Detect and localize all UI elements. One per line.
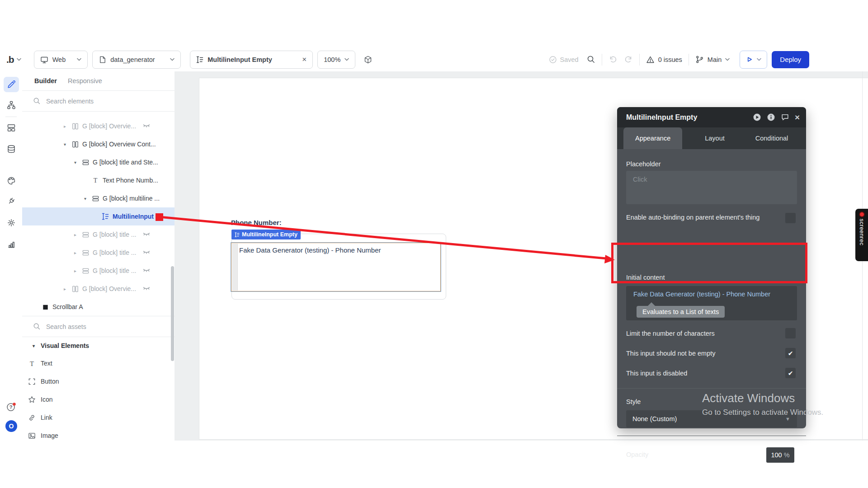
screenrec-label: screenrec: [859, 219, 865, 245]
opacity-unit: %: [784, 451, 790, 459]
disabled-label: This input is disabled: [626, 370, 687, 377]
not-empty-checkbox[interactable]: ✔: [785, 348, 796, 358]
opacity-input[interactable]: 100 %: [766, 447, 794, 463]
placeholder-field[interactable]: Click: [626, 171, 797, 204]
components-tab-icon[interactable]: [4, 120, 19, 136]
opacity-label: Opacity: [626, 451, 648, 458]
redo-icon[interactable]: [624, 55, 633, 64]
tab-responsive[interactable]: Responsive: [68, 77, 102, 84]
autobinding-label: Enable auto-binding on parent element's …: [626, 214, 760, 221]
search-assets-input[interactable]: [45, 323, 146, 331]
play-circle-icon[interactable]: [753, 113, 761, 122]
styles-tab-icon[interactable]: [4, 173, 19, 188]
chevron-down-icon: [17, 58, 21, 61]
deploy-button[interactable]: Deploy: [772, 51, 809, 68]
save-status-label: Saved: [560, 56, 579, 63]
device-selector[interactable]: Web: [34, 51, 88, 69]
tree-item-selected[interactable]: MultilineInput: [22, 207, 175, 225]
data-tab-icon[interactable]: [4, 141, 19, 157]
tree-item[interactable]: ▸ G [block] Overvie...: [22, 280, 175, 298]
branch-selector[interactable]: Main: [695, 55, 730, 64]
tree-item-label: G [block] title ...: [93, 231, 136, 238]
expression-tooltip: Evaluates to a List of texts: [637, 306, 725, 318]
search-icon[interactable]: [587, 55, 595, 64]
monitor-icon: [40, 56, 48, 64]
preview-button[interactable]: [740, 51, 767, 69]
tree-item[interactable]: ▾ G [block] Overview Cont...: [22, 135, 175, 153]
element-tab[interactable]: MultilineInput Empty ×: [190, 51, 313, 69]
zoom-selector[interactable]: 100%: [317, 51, 355, 69]
design-tab-icon[interactable]: [4, 77, 19, 92]
asset-item-image[interactable]: Image: [22, 427, 175, 441]
tab-appearance[interactable]: Appearance: [623, 127, 682, 149]
property-editor-titlebar[interactable]: MultilineInput Empty ×: [617, 107, 806, 127]
asset-item-text[interactable]: T Text: [22, 354, 175, 372]
tree-item[interactable]: ▸ G [block] Overvie...: [22, 117, 175, 135]
tree-item[interactable]: ▸ G [block] title ...: [22, 262, 175, 280]
multiline-input-icon: [235, 232, 240, 237]
expand-closed-icon[interactable]: ▸: [72, 268, 78, 273]
help-icon[interactable]: ?: [4, 399, 19, 415]
expand-open-icon[interactable]: ▾: [72, 160, 78, 165]
close-icon[interactable]: ×: [302, 55, 307, 64]
divider: [617, 388, 806, 389]
chevron-down-icon: ▼: [785, 416, 791, 422]
expand-closed-icon[interactable]: ▸: [62, 124, 68, 129]
tree-item[interactable]: ▸ G [block] title ...: [22, 225, 175, 244]
expand-open-icon[interactable]: ▾: [62, 142, 68, 147]
checkmark-icon: ✔: [788, 350, 793, 357]
settings-tab-icon[interactable]: [4, 215, 19, 230]
info-circle-icon[interactable]: [767, 113, 775, 122]
search-elements-input[interactable]: [45, 97, 146, 105]
limit-characters-label: Limit the number of characters: [626, 330, 715, 337]
tree-item-label: G [block] multiline ...: [103, 195, 160, 202]
not-empty-label: This input should not be empty: [626, 350, 715, 357]
tree-item[interactable]: Scrollbar A: [22, 298, 175, 316]
tree-item[interactable]: ▸ G [block] title ...: [22, 244, 175, 262]
asset-item-label: Link: [41, 414, 52, 421]
multiline-input-element[interactable]: Fake Data Generator (testing) - Phone Nu…: [231, 243, 441, 291]
issues-button[interactable]: 0 issues: [646, 56, 682, 64]
tree-scrollbar[interactable]: [171, 266, 174, 361]
button-element-icon: [28, 377, 36, 385]
warning-triangle-icon: [646, 56, 655, 64]
limit-characters-checkbox[interactable]: [785, 328, 796, 338]
text-element-icon: T: [28, 359, 36, 367]
expand-closed-icon[interactable]: ▸: [72, 232, 78, 237]
tab-conditional[interactable]: Conditional: [744, 127, 800, 149]
chevron-down-icon: [757, 58, 761, 61]
page-selector[interactable]: data_generator: [92, 51, 181, 69]
logs-tab-icon[interactable]: [4, 237, 19, 252]
tab-builder[interactable]: Builder: [34, 77, 57, 84]
asset-item-button[interactable]: Button: [22, 372, 175, 390]
autobinding-checkbox[interactable]: [785, 213, 796, 223]
style-dropdown-value: None (Custom): [632, 415, 677, 422]
expand-closed-icon[interactable]: ▸: [72, 250, 78, 255]
expand-closed-icon[interactable]: ▸: [62, 286, 68, 291]
undo-icon[interactable]: [609, 55, 617, 64]
expand-open-icon[interactable]: ▾: [82, 196, 88, 201]
comment-bubble-icon[interactable]: [781, 113, 789, 122]
account-avatar[interactable]: O: [4, 418, 19, 434]
disabled-checkbox[interactable]: ✔: [785, 368, 796, 378]
asset-item-link[interactable]: Link: [22, 408, 175, 427]
asset-item-icon[interactable]: Icon: [22, 390, 175, 408]
tree-item[interactable]: ▾ G [block] title and Ste...: [22, 153, 175, 171]
tab-layout[interactable]: Layout: [693, 127, 736, 149]
tree-item[interactable]: ▾ G [block] multiline ...: [22, 189, 175, 207]
text-element-icon: T: [91, 176, 99, 184]
selected-element-badge: MultilineInput Empty: [231, 230, 301, 239]
workflow-tab-icon[interactable]: [4, 98, 19, 113]
component-cube-icon[interactable]: [363, 55, 373, 64]
screenrec-badge[interactable]: screenrec: [855, 209, 868, 261]
plugins-tab-icon[interactable]: [4, 193, 19, 209]
divider: [617, 436, 806, 436]
svg-text:T: T: [94, 177, 98, 184]
svg-text:T: T: [29, 360, 33, 367]
branch-label: Main: [708, 56, 722, 63]
close-icon[interactable]: ×: [795, 113, 800, 122]
style-dropdown[interactable]: None (Custom) ▼: [626, 410, 797, 427]
app-logo-menu[interactable]: .b: [6, 54, 21, 65]
visual-elements-header[interactable]: ▾ Visual Elements: [22, 337, 175, 354]
tree-item[interactable]: T Text Phone Numb...: [22, 171, 175, 189]
